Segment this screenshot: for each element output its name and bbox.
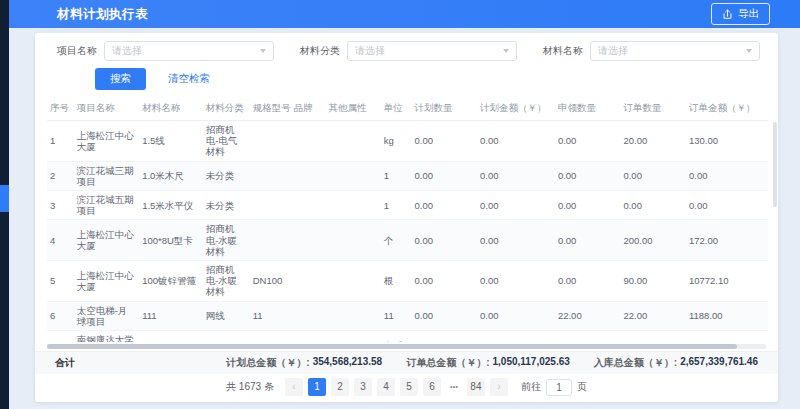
- goto-prefix: 前往: [521, 380, 541, 394]
- column-header: 订单数量: [620, 97, 686, 121]
- table-cell: 100镀锌管箍: [139, 261, 202, 302]
- table-cell: 20.00: [620, 121, 686, 162]
- table-row[interactable]: 6太空电梯-月球项目111网线11110.000.0022.0022.00118…: [47, 301, 768, 330]
- page-button-6[interactable]: 6: [423, 378, 441, 396]
- table-cell: [250, 121, 291, 162]
- page-button-2[interactable]: 2: [331, 378, 349, 396]
- chevron-down-icon: [260, 49, 266, 53]
- table-cell: 上海松江中心大厦: [74, 220, 140, 261]
- table-cell: [291, 301, 326, 330]
- table-cell: 0.00: [477, 121, 555, 162]
- page-button-3[interactable]: 3: [354, 378, 372, 396]
- table-cell: 10772.10: [686, 261, 768, 302]
- column-header: 序号: [47, 97, 74, 121]
- table-cell: 0.00: [412, 301, 478, 330]
- column-header: 项目名称: [74, 97, 140, 121]
- table-cell: 0.00: [412, 191, 478, 220]
- table-cell: 1: [381, 191, 412, 220]
- table-cell: 1.5米水平仪: [139, 191, 202, 220]
- sidebar-toggle[interactable]: [0, 185, 9, 212]
- page-button-84[interactable]: 84: [467, 378, 485, 396]
- goto-page-input[interactable]: [546, 379, 572, 396]
- page-button-4[interactable]: 4: [377, 378, 395, 396]
- summary-item: 订单总金额（￥）:1,050,117,025.63: [406, 356, 570, 370]
- table-cell: 未分类: [203, 191, 250, 220]
- summary-item-value: 354,568,213.58: [313, 356, 383, 370]
- topbar: 材料计划执行表 导出: [9, 0, 800, 28]
- column-header: 订单金额（￥）: [686, 97, 768, 121]
- report-card: 项目名称请选择材料分类请选择材料名称请选择 搜索 清空检索 序号项目名称材料名称…: [35, 33, 778, 402]
- table-cell: [326, 301, 381, 330]
- table-cell: 0.00: [477, 220, 555, 261]
- table-cell: 1.5线: [139, 121, 202, 162]
- table-cell: [326, 191, 381, 220]
- pager: ‹123456•••84›: [285, 378, 508, 396]
- page-button-1[interactable]: 1: [308, 378, 326, 396]
- table-row[interactable]: 4上海松江中心大厦100*8U型卡招商机电-水暖材料个0.000.000.002…: [47, 220, 768, 261]
- filter-label: 材料分类: [300, 44, 340, 58]
- materials-table: 序号项目名称材料名称材料分类规格型号品牌其他属性单位计划数量计划金额（￥）申领数…: [47, 97, 768, 342]
- filter-label: 材料名称: [543, 44, 583, 58]
- summary-items: 计划总金额（￥）:354,568,213.58订单总金额（￥）:1,050,11…: [226, 356, 758, 370]
- pagination: 共 1673 条 ‹123456•••84› 前往 页: [35, 374, 778, 402]
- table-cell: 招商机电-水暖材料: [203, 220, 250, 261]
- summary-item-label: 订单总金额（￥）:: [406, 356, 489, 370]
- next-page-button[interactable]: ›: [490, 378, 508, 396]
- table-cell: 1.0米木尺: [139, 161, 202, 190]
- table-cell: 5: [47, 261, 74, 302]
- table-cell: 招商机电-水暖材料: [203, 261, 250, 302]
- table-cell: 2: [47, 161, 74, 190]
- table-cell: 0.00: [412, 220, 478, 261]
- table-cell: 个: [381, 220, 412, 261]
- search-button[interactable]: 搜索: [95, 68, 146, 90]
- table-cell: 130.00: [686, 121, 768, 162]
- pagination-ellipsis[interactable]: •••: [446, 378, 462, 396]
- export-button[interactable]: 导出: [711, 3, 770, 25]
- select-input[interactable]: 请选择: [104, 41, 274, 61]
- sidebar-collapsed: [0, 0, 9, 409]
- table-cell: 0.00: [477, 191, 555, 220]
- column-header: 规格型号: [250, 97, 291, 121]
- export-icon: [722, 9, 733, 20]
- table-cell: 0.00: [686, 191, 768, 220]
- table-cell: 0.00: [555, 261, 621, 302]
- table-row[interactable]: 1上海松江中心大厦1.5线招商机电-电气材料kg0.000.000.0020.0…: [47, 121, 768, 162]
- table-cell: 172.00: [686, 220, 768, 261]
- select-input[interactable]: 请选择: [590, 41, 760, 61]
- table-cell: 200.00: [620, 220, 686, 261]
- table-cell: 11: [250, 301, 291, 330]
- table-cell: 不锈钢: [203, 331, 250, 342]
- column-header: 材料分类: [203, 97, 250, 121]
- table-cell: 0.00: [477, 301, 555, 330]
- table-cell: 123: [139, 331, 202, 342]
- page-title: 材料计划执行表: [57, 6, 148, 23]
- table-cell: 3: [47, 191, 74, 220]
- prev-page-button[interactable]: ‹: [285, 378, 303, 396]
- column-header: 计划数量: [412, 97, 478, 121]
- column-header: 申领数量: [555, 97, 621, 121]
- filter-bar: 项目名称请选择材料分类请选择材料名称请选择: [35, 33, 778, 61]
- goto-suffix: 页: [577, 380, 587, 394]
- table-cell: 未分类: [203, 161, 250, 190]
- table-cell: [326, 121, 381, 162]
- table-cell: 100*8U型卡: [139, 220, 202, 261]
- column-header: 其他属性: [326, 97, 381, 121]
- filter-field-1: 项目名称请选择: [57, 41, 274, 61]
- table-cell: 0.00: [412, 161, 478, 190]
- table-cell: *: [250, 331, 291, 342]
- horizontal-scrollbar[interactable]: [47, 344, 737, 349]
- clear-search-button[interactable]: 清空检索: [162, 71, 216, 87]
- table-cell: 111: [139, 301, 202, 330]
- filter-field-2: 材料分类请选择: [300, 41, 517, 61]
- select-input[interactable]: 请选择: [347, 41, 517, 61]
- table-cell: 10.00: [412, 331, 478, 342]
- page: 材料计划执行表 导出 项目名称请选择材料分类请选择材料名称请选择 搜索 清空检索: [0, 0, 800, 409]
- summary-item-value: 1,050,117,025.63: [492, 356, 569, 370]
- table-cell: 招商机电-电气材料: [203, 121, 250, 162]
- table-row[interactable]: 3滨江花城五期项目1.5米水平仪未分类10.000.000.000.000.00: [47, 191, 768, 220]
- table-row[interactable]: 5上海松江中心大厦100镀锌管箍招商机电-水暖材料DN100根0.000.000…: [47, 261, 768, 302]
- table-row[interactable]: 7南钢康达大学生公寓新建123不锈钢*米重10.00200000.0011.00…: [47, 331, 768, 342]
- table-row[interactable]: 2滨江花城三期项目1.0米木尺未分类10.000.000.000.000.00: [47, 161, 768, 190]
- page-button-5[interactable]: 5: [400, 378, 418, 396]
- vertical-scrollbar[interactable]: [773, 122, 777, 207]
